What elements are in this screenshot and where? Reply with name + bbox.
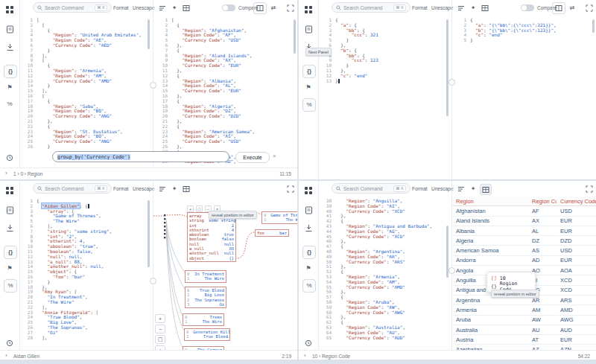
document-icon[interactable]	[4, 23, 16, 35]
table-row[interactable]: AlgeriaDZDZD	[452, 236, 596, 246]
menu-format[interactable]: Format	[412, 186, 428, 191]
fullscreen-icon[interactable]	[285, 3, 296, 13]
flag-icon[interactable]: ⚑	[302, 82, 314, 94]
graph-node-alexander[interactable]: 0Generation Kill1True Blood	[184, 328, 230, 341]
braces-icon[interactable]: {}	[302, 65, 316, 78]
sort-icon[interactable]	[157, 3, 168, 13]
split-columns-button[interactable]	[552, 2, 565, 14]
compare-toggle[interactable]	[222, 4, 235, 11]
code-line[interactable]: 26 }	[22, 144, 147, 150]
percent-icon[interactable]: %	[4, 98, 16, 110]
editor-right[interactable]: 1[2 {3 "Region": "Afghanistan",4 "Region…	[155, 16, 292, 166]
breadcrumb[interactable]: 1 › 0 › Region	[13, 171, 42, 176]
percent-icon[interactable]: %	[302, 279, 316, 293]
table-header-row[interactable]: RegionRegion CodeCurrency Code	[452, 197, 596, 206]
sparkles-icon[interactable]: ✦	[468, 184, 478, 194]
sparkles-icon[interactable]: ✦	[169, 184, 180, 194]
history-clock-icon[interactable]	[4, 337, 16, 349]
graph-node-aidan-gillen[interactable]: arraystringsome stringint2otherint4abool…	[187, 212, 236, 262]
compare-toggle[interactable]	[521, 4, 534, 11]
code-line[interactable]: 65 "Currency Code": "AUD"	[321, 336, 446, 341]
fullscreen-icon[interactable]	[584, 3, 595, 13]
menu-format[interactable]: Format	[113, 186, 129, 191]
table-view-icon[interactable]	[181, 3, 191, 13]
jq-command-input[interactable]: group_by('Currency Code')	[52, 151, 229, 162]
breadcrumb-chevron-icon[interactable]: ›	[5, 170, 7, 176]
graph-canvas[interactable]: +□−× arraystringsome stringint2otherint4…	[153, 197, 297, 350]
history-clock-icon[interactable]	[4, 152, 16, 164]
execute-button[interactable]: Execute	[235, 152, 270, 163]
code-line[interactable]: 13}	[321, 79, 446, 84]
graph-node-amy-ryan[interactable]: 0In Treatment1The Wire	[185, 270, 226, 283]
pane-resize-handle[interactable]	[150, 278, 156, 284]
editor-left[interactable]: 38 "Region": "Anguilla",39 "Region Code"…	[319, 197, 446, 350]
code-line[interactable]: 28 ],	[22, 336, 147, 341]
graph-node-anwan-glover[interactable]: 0Treme1The Wire	[183, 313, 224, 326]
swap-panes-icon[interactable]: ⇄	[567, 3, 577, 13]
fullscreen-icon[interactable]	[584, 184, 595, 194]
table-row[interactable]: ArmeniaAMAMD	[452, 305, 596, 315]
table-row[interactable]: AustraliaAUAUD	[452, 325, 596, 335]
scrollbar-thumb[interactable]	[294, 19, 296, 54]
menu-format[interactable]: Format	[113, 5, 129, 10]
editor-left[interactable]: 1[2 [3 {4 "Region": "United Arab Emirate…	[20, 16, 147, 150]
editor-right[interactable]: 1{2 "a": "{\"bb\":{\"ccc\":321}}",3 "b":…	[454, 16, 591, 176]
table-row[interactable]: Aland IslandsAXEUR	[452, 217, 596, 226]
menu-format[interactable]: Format	[412, 5, 428, 10]
search-command-box[interactable]: Search Command ⌘ K	[33, 2, 112, 13]
document-icon[interactable]	[4, 204, 16, 216]
braces-icon[interactable]: {}	[302, 246, 316, 259]
flag-icon[interactable]: ⚑	[4, 263, 16, 275]
breadcrumb[interactable]: Aidan Gillen	[13, 354, 39, 359]
split-columns-button[interactable]	[253, 2, 267, 14]
fullscreen-icon[interactable]	[285, 184, 296, 194]
table-row[interactable]: AndorraADEUR	[452, 256, 596, 266]
scrollbar-thumb[interactable]	[592, 19, 595, 33]
sort-icon[interactable]	[456, 3, 466, 13]
import-icon[interactable]	[4, 41, 16, 53]
braces-icon[interactable]: {}	[4, 65, 17, 78]
import-icon[interactable]	[302, 222, 314, 234]
table-view-icon[interactable]	[480, 184, 492, 195]
code-line[interactable]: 4 "c": "end"	[456, 33, 591, 38]
sparkles-icon[interactable]: ✦	[468, 3, 478, 13]
pane-resize-handle[interactable]	[150, 82, 156, 89]
history-clock-icon[interactable]	[302, 337, 314, 349]
sort-icon[interactable]	[456, 184, 466, 194]
sparkles-icon[interactable]: ✦	[169, 3, 180, 13]
breadcrumb-chevron-icon[interactable]: ›	[5, 352, 7, 359]
table-view-icon[interactable]	[480, 3, 490, 13]
sort-icon[interactable]	[157, 184, 168, 194]
percent-icon[interactable]: %	[302, 98, 316, 112]
search-command-box[interactable]: Search Command ⌘ K	[332, 183, 410, 194]
swap-panes-icon[interactable]: ⇄	[268, 3, 279, 13]
document-icon[interactable]	[302, 204, 314, 216]
document-icon[interactable]	[302, 23, 314, 35]
scrollbar-thumb[interactable]	[148, 200, 150, 267]
zoom-in-button[interactable]: +	[155, 314, 165, 323]
percent-icon[interactable]: %	[4, 279, 17, 293]
table-view-icon[interactable]	[181, 184, 191, 194]
table-row[interactable]: AlbaniaALEUR	[452, 226, 596, 236]
pane-resize-handle[interactable]	[448, 267, 455, 274]
table-row[interactable]: AfghanistanAFUSD	[452, 206, 596, 216]
menu-unescape[interactable]: Unescape	[133, 186, 154, 191]
table-row[interactable]: AustriaATEUR	[452, 335, 596, 345]
search-command-box[interactable]: Search Command ⌘ K	[332, 2, 410, 13]
graph-node-array[interactable]: 0Game of Thrones1The Wire	[261, 211, 297, 224]
breadcrumb-chevron-icon[interactable]: ›	[304, 352, 306, 359]
editor-left[interactable]: 1{2 "a": {3 "bb": {4 "ccc": 3215 }6 },7 …	[319, 16, 446, 176]
graph-node-object[interactable]: foobar	[255, 229, 289, 237]
table-row[interactable]: ArubaAWAWG	[452, 316, 596, 325]
code-line[interactable]: 12 "c": "end"	[321, 74, 446, 79]
import-icon[interactable]	[4, 222, 16, 234]
scrollbar-thumb[interactable]	[446, 19, 448, 116]
flag-icon[interactable]: ⚑	[4, 82, 16, 94]
table-row[interactable]: American SamoaASUSD	[452, 246, 596, 255]
editor-left[interactable]: 1{2 "Aidan Gillen": {3 "array": [4 "Game…	[20, 197, 147, 350]
zoom-out-button[interactable]: −	[155, 325, 165, 333]
close-command-icon[interactable]: ×	[273, 153, 276, 159]
zoom-fit-button[interactable]: ▢	[155, 335, 165, 344]
braces-icon[interactable]: {}	[4, 246, 17, 259]
graph-node-annie-fitzgerald[interactable]: 0True Blood1Big Love2The Sopranos3Oz	[185, 287, 226, 308]
